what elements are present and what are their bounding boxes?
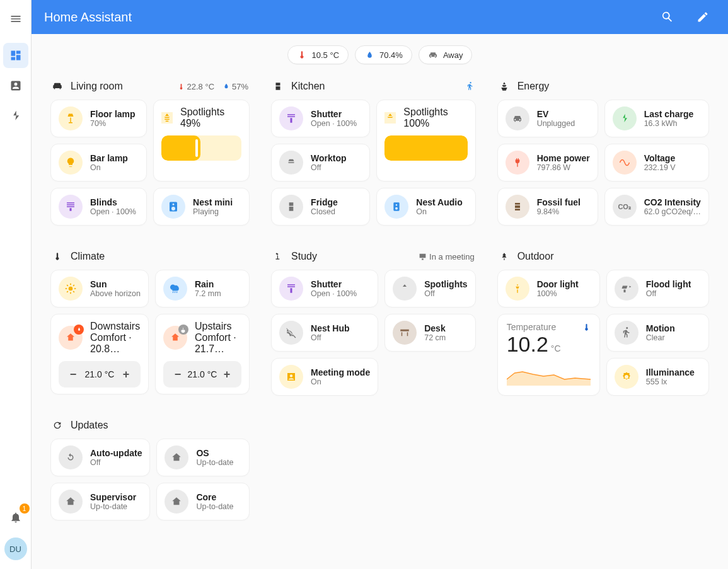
card-supervisor[interactable]: SupervisorUp-to-date — [50, 483, 150, 520]
chip-humidity-value: 70.4% — [379, 50, 403, 60]
card-floor-lamp[interactable]: Floor lamp70% — [50, 100, 147, 137]
edit-button[interactable] — [690, 4, 715, 30]
increase-button[interactable]: + — [217, 365, 236, 384]
notification-badge: 1 — [20, 503, 30, 514]
fire-icon — [74, 325, 84, 335]
card-nest-audio[interactable]: Nest AudioOn — [376, 188, 475, 226]
cast-off-icon — [279, 321, 303, 345]
barrel-icon — [506, 195, 529, 219]
card-desk[interactable]: Desk72 cm — [384, 314, 475, 352]
card-bar-lamp[interactable]: Bar lampOn — [50, 144, 147, 181]
transmission-tower-icon — [499, 81, 510, 91]
svg-line-5 — [67, 285, 68, 286]
menu-button[interactable] — [3, 6, 28, 32]
fridge-icon — [272, 81, 284, 91]
card-downstairs-thermostat[interactable]: DownstairsComfort · 20.8… − 21.0 °C + — [50, 314, 149, 394]
home-assistant-icon — [165, 490, 188, 514]
hamburger-icon — [9, 13, 22, 25]
card-outdoor-temperature[interactable]: Temperature 10.2 °C — [497, 314, 600, 396]
thermometer-icon — [582, 323, 591, 331]
flash-icon — [10, 110, 21, 122]
molecule-co2-icon: CO₂ — [613, 195, 637, 219]
sidebar-item-people[interactable] — [3, 73, 28, 98]
temperature-unit: °C — [551, 343, 561, 353]
card-auto-update[interactable]: Auto-updateOff — [50, 439, 150, 476]
fridge-icon — [279, 195, 303, 219]
sofa-icon — [52, 81, 63, 92]
card-co2-intensity[interactable]: CO₂ CO2 Intensity62.0 gCO2eq/… — [604, 188, 709, 226]
ceiling-light-icon — [279, 151, 303, 175]
sidebar-item-dashboard[interactable] — [3, 43, 28, 68]
sidebar-item-energy[interactable] — [3, 103, 28, 129]
card-home-power[interactable]: Home power797.86 W — [497, 144, 598, 181]
card-illuminance[interactable]: Illuminance555 lx — [606, 358, 709, 396]
chip-car-value: Away — [443, 50, 463, 60]
card-fridge[interactable]: FridgeClosed — [271, 188, 370, 226]
card-study-spotlights[interactable]: SpotlightsOff — [384, 270, 475, 307]
motion-sensor-icon — [615, 321, 638, 345]
increase-button[interactable]: + — [117, 365, 136, 384]
car-icon — [428, 50, 438, 60]
motion-icon — [466, 82, 475, 91]
card-voltage[interactable]: Voltage232.19 V — [604, 144, 709, 181]
setpoint-value: 21.0 °C — [85, 369, 115, 379]
notifications-button[interactable]: 1 — [3, 505, 28, 530]
chip-row: 10.5 °C 70.4% Away — [32, 34, 728, 72]
desk-icon — [393, 321, 417, 345]
car-icon — [506, 106, 529, 130]
window-shutter-icon — [279, 106, 303, 130]
section-title: Outdoor — [517, 251, 554, 262]
card-kitchen-spotlights[interactable]: Spotlights100% — [376, 100, 475, 181]
card-meeting-mode[interactable]: Meeting modeOn — [271, 358, 378, 396]
study-status: In a meeting — [419, 252, 475, 262]
spotlight-icon — [384, 112, 396, 124]
dashboard-content: Living room 22.8 °C 57% Floor lamp70% — [32, 72, 728, 539]
card-os[interactable]: OSUp-to-date — [156, 439, 250, 476]
card-blinds[interactable]: BlindsOpen · 100% — [50, 188, 147, 226]
section-climate: Climate SunAbove horizon Rain7.2 mm — [50, 247, 250, 394]
svg-line-7 — [67, 291, 68, 292]
bell-icon — [9, 511, 22, 524]
brightness-slider[interactable] — [161, 135, 241, 161]
card-flood-light[interactable]: Flood lightOff — [606, 270, 709, 307]
thermometer-icon — [297, 50, 307, 60]
card-door-light[interactable]: Door light100% — [497, 270, 600, 307]
card-ev[interactable]: EVUnplugged — [497, 100, 598, 137]
card-motion[interactable]: MotionClear — [606, 314, 709, 352]
card-core[interactable]: CoreUp-to-date — [156, 483, 250, 520]
card-nest-mini[interactable]: Nest miniPlaying — [153, 188, 250, 226]
svg-line-8 — [73, 285, 74, 286]
spotlight-icon — [393, 277, 417, 301]
speaker-icon — [384, 195, 408, 219]
chip-car[interactable]: Away — [419, 45, 473, 64]
card-fossil-fuel[interactable]: Fossil fuel9.84% — [497, 188, 598, 226]
card-spotlights[interactable]: Spotlights49% — [153, 100, 250, 181]
brightness-slider[interactable] — [384, 135, 467, 161]
card-study-shutter[interactable]: ShutterOpen · 100% — [271, 270, 378, 307]
card-last-charge[interactable]: Last charge16.3 kWh — [604, 100, 709, 137]
decrease-button[interactable]: − — [64, 365, 83, 384]
card-rain[interactable]: Rain7.2 mm — [155, 270, 250, 307]
card-kitchen-shutter[interactable]: ShutterOpen · 100% — [271, 100, 370, 137]
chip-temperature[interactable]: 10.5 °C — [287, 45, 349, 64]
search-button[interactable] — [655, 4, 680, 30]
speaker-icon — [161, 195, 185, 219]
section-title: Study — [291, 251, 317, 262]
spotlight-icon — [161, 112, 173, 124]
card-sun[interactable]: SunAbove horizon — [50, 270, 149, 307]
user-avatar[interactable]: DU — [4, 537, 27, 560]
desk-lamp-icon — [272, 251, 284, 262]
update-icon — [52, 420, 63, 430]
card-nest-hub[interactable]: Nest HubOff — [271, 314, 378, 352]
tree-icon — [499, 251, 510, 262]
water-drop-icon — [364, 50, 374, 60]
card-worktop[interactable]: WorktopOff — [271, 144, 370, 181]
temperature-graph — [507, 360, 591, 386]
card-upstairs-thermostat[interactable]: UpstairsComfort · 21.7… − 21.0 °C + — [155, 314, 250, 394]
person-box-icon — [9, 79, 22, 92]
section-title: Updates — [71, 420, 108, 431]
section-title: Kitchen — [291, 81, 325, 92]
chip-humidity[interactable]: 70.4% — [355, 45, 412, 64]
decrease-button[interactable]: − — [168, 365, 187, 384]
main-area: Home Assistant 10.5 °C 70.4% Away — [32, 0, 728, 569]
